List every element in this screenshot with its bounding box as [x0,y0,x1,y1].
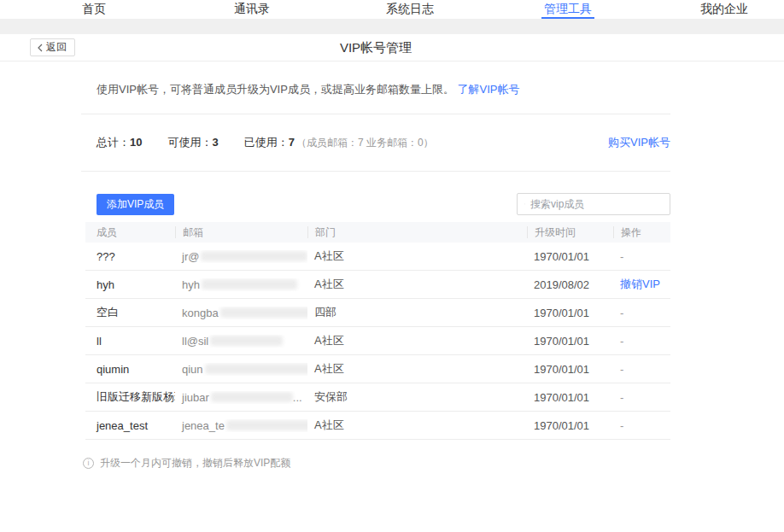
table-row: 空白 kongba 四部 1970/01/01 - [85,299,670,327]
nav-tab-system-log[interactable]: 系统日志 [386,2,434,17]
table-row: ll ll@sil A社区 1970/01/01 - [85,327,670,355]
vip-account-management-page: 首页 通讯录 系统日志 管理工具 我的企业 返回 VIP帐号管理 使用VIP帐号… [0,0,784,532]
member-department: 四部 [307,305,527,320]
member-department: A社区 [307,333,527,348]
redacted-email-blur [205,364,307,374]
page-title: VIP帐号管理 [0,40,752,56]
member-name: ??? [85,250,175,263]
redacted-email-blur [211,392,293,402]
member-name: qiumin [85,363,175,376]
member-name: 旧版迁移新版杨珍 [85,389,175,405]
action-cell: - [613,335,670,348]
column-header-department: 部门 [307,226,527,238]
column-header-email: 邮箱 [175,226,307,238]
search-input[interactable] [530,198,663,210]
nav-tab-management-tools[interactable]: 管理工具 [544,2,592,17]
member-email: jiubar... [175,391,307,404]
search-icon [524,199,525,209]
member-email: qiun [175,363,307,376]
action-cell: - [613,363,670,376]
stat-used: 已使用：7（成员邮箱：7 业务邮箱：0） [244,135,434,150]
member-department: A社区 [307,418,527,433]
member-name: jenea_test [85,419,175,432]
add-vip-member-button[interactable]: 添加VIP成员 [97,194,174,215]
nav-tab-my-enterprise[interactable]: 我的企业 [700,2,748,17]
member-name: ll [85,335,175,348]
member-department: A社区 [307,248,527,264]
nav-separator-strip [0,19,784,34]
footnote: i 升级一个月内可撤销，撤销后释放VIP配额 [83,456,290,471]
action-cell: - [613,307,670,319]
upgrade-time: 1970/01/01 [527,363,613,376]
member-department: A社区 [307,361,527,377]
stat-total: 总计：10 [97,135,142,150]
vip-members-table: 成员 邮箱 部门 升级时间 操作 ??? jr@ A社区 1970/01/01 … [85,222,670,440]
stat-used-detail: （成员邮箱：7 业务邮箱：0） [296,137,434,149]
upgrade-time: 1970/01/01 [527,335,613,348]
nav-tab-home[interactable]: 首页 [82,2,106,17]
title-bar: 返回 VIP帐号管理 [0,34,784,61]
table-row: jenea_test jenea_te A社区 1970/01/01 - [85,412,670,440]
action-cell: - [613,391,670,404]
redacted-email-blur [226,420,307,430]
table-row: hyh hyh A社区 2019/08/02 撤销VIP [85,271,670,299]
member-email: ll@sil [175,335,307,348]
info-icon: i [83,458,94,469]
member-department: A社区 [307,277,527,292]
member-name: hyh [85,278,175,291]
action-cell: - [613,419,670,432]
learn-vip-link[interactable]: 了解VIP帐号 [458,83,520,96]
redacted-email-blur [220,307,307,318]
upgrade-time: 1970/01/01 [527,250,613,263]
upgrade-time: 2019/08/02 [527,278,613,291]
upgrade-time: 1970/01/01 [527,391,613,404]
footnote-text: 升级一个月内可撤销，撤销后释放VIP配额 [100,456,290,471]
member-email: hyh [175,278,307,291]
upgrade-time: 1970/01/01 [527,419,613,432]
stat-available: 可使用：3 [167,135,218,150]
search-box[interactable] [517,193,670,215]
quota-stats: 总计：10 可使用：3 已使用：7（成员邮箱：7 业务邮箱：0） [97,135,459,150]
divider [81,114,670,114]
column-header-action: 操作 [613,226,670,238]
table-header: 成员 邮箱 部门 升级时间 操作 [85,222,670,243]
intro-text-row: 使用VIP帐号，可将普通成员升级为VIP成员，或提高业务邮箱数量上限。 了解VI… [97,82,520,97]
member-department: 安保部 [307,389,527,405]
divider [81,171,670,172]
member-email: jr@ [175,250,307,263]
redacted-email-blur [202,279,297,289]
nav-tab-contacts[interactable]: 通讯录 [234,2,270,17]
member-name: 空白 [85,305,175,320]
buy-vip-link[interactable]: 购买VIP帐号 [608,135,670,150]
upgrade-time: 1970/01/01 [527,307,613,319]
member-email: jenea_te [175,419,307,432]
intro-text: 使用VIP帐号，可将普通成员升级为VIP成员，或提高业务邮箱数量上限。 [97,83,454,96]
column-header-member: 成员 [85,225,175,240]
table-row: ??? jr@ A社区 1970/01/01 - [85,243,670,271]
column-header-upgrade-time: 升级时间 [527,226,613,238]
redacted-email-blur [210,336,283,346]
member-email: kongba [175,307,307,319]
redacted-email-blur [201,251,307,261]
table-row: qiumin qiun A社区 1970/01/01 - [85,355,670,383]
table-row: 旧版迁移新版杨珍 jiubar... 安保部 1970/01/01 - [85,383,670,412]
top-nav: 首页 通讯录 系统日志 管理工具 我的企业 [0,0,784,19]
action-cell: - [613,250,670,263]
revoke-vip-link[interactable]: 撤销VIP [613,277,670,292]
